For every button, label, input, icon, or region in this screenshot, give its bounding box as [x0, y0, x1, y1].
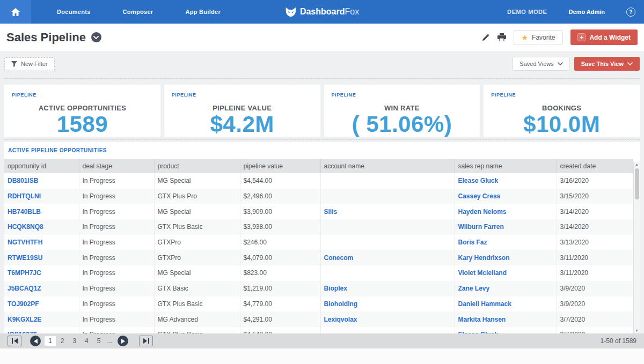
kpi-card-win-rate[interactable]: PIPELINE WIN RATE ( 51.06%) — [324, 85, 480, 137]
title-bar: Sales Pipeline ★ Favorite + Add a Widget — [0, 24, 644, 51]
column-header-pipeline-value[interactable]: pipeline value — [240, 159, 320, 173]
new-filter-button[interactable]: New Filter — [4, 57, 55, 70]
cell-pipeline-value: $3,909.00 — [240, 204, 320, 219]
cell-account-name[interactable]: Silis — [320, 204, 455, 219]
scroll-down-icon[interactable]: ▼ — [635, 328, 639, 333]
column-header-opportunity-id[interactable]: opportunity id — [4, 159, 79, 173]
cell-opportunity-id[interactable]: HB740BLB — [4, 204, 79, 219]
cell-deal-stage: In Progress — [79, 265, 154, 281]
cell-deal-stage: In Progress — [79, 311, 154, 327]
cell-sales-rep-name[interactable]: Elease Gluck — [455, 327, 557, 333]
nav-link-composer[interactable]: Composer — [114, 9, 162, 15]
new-filter-label: New Filter — [21, 61, 48, 67]
previous-page-button[interactable] — [30, 336, 41, 346]
saved-views-dropdown[interactable]: Saved Views — [513, 57, 569, 71]
scrollbar-thumb[interactable] — [635, 168, 639, 199]
brand-name: DashboardFox — [300, 7, 359, 17]
cell-opportunity-id[interactable]: HCQK8NQ8 — [4, 219, 79, 235]
cell-created-date: 3/9/2020 — [557, 281, 633, 296]
cell-opportunity-id[interactable]: TOJ902PF — [4, 296, 79, 312]
row-separator — [4, 139, 640, 140]
home-button[interactable] — [0, 0, 31, 24]
cell-account-name[interactable]: Conecom — [320, 250, 455, 265]
kpi-category-label: PIPELINE — [12, 92, 36, 98]
help-icon[interactable]: ? — [626, 8, 635, 17]
edit-pencil-icon[interactable] — [482, 33, 490, 41]
cell-opportunity-id[interactable]: J5BCAQ1Z — [4, 281, 79, 296]
cell-opportunity-id[interactable]: NGTVHTFH — [4, 235, 79, 250]
cell-sales-rep-name[interactable]: Elease Gluck — [455, 173, 557, 189]
next-page-button[interactable] — [118, 336, 128, 346]
cell-account-name[interactable]: Lexiqvolax — [320, 311, 455, 327]
page-number-2[interactable]: 2 — [57, 336, 68, 346]
column-header-account-name[interactable]: account name — [320, 159, 455, 173]
cell-product: GTX Plus Basic — [154, 296, 240, 312]
nav-link-app-builder[interactable]: App Builder — [177, 9, 229, 15]
cell-sales-rep-name[interactable]: Markita Hansen — [455, 311, 557, 327]
cell-opportunity-id[interactable]: T6MPH7JC — [4, 265, 79, 281]
column-header-product[interactable]: product — [154, 159, 240, 173]
kpi-value: $4.2M — [164, 112, 320, 137]
save-this-view-dropdown[interactable]: Save This View — [574, 57, 640, 71]
kpi-card-bookings[interactable]: PIPELINE BOOKINGS $10.0M — [484, 85, 640, 137]
cell-opportunity-id[interactable]: RDHTQLNI — [4, 189, 79, 204]
cell-product: GTX Basic — [154, 281, 240, 296]
nav-link-documents[interactable]: Documents — [48, 9, 99, 15]
cell-sales-rep-name[interactable]: Kary Hendrixson — [455, 250, 557, 265]
kpi-card-active-opportunities[interactable]: PIPELINE ACTIVE OPPORTUNITIES 1589 — [4, 85, 160, 137]
cell-account-name[interactable]: Bioplex — [320, 281, 455, 296]
print-icon[interactable] — [497, 33, 506, 41]
cell-deal-stage: In Progress — [79, 204, 154, 219]
table-title: ACTIVE PIPELINE OPPORTUNITIES — [4, 142, 640, 159]
cell-opportunity-id[interactable]: IQP1627T — [4, 327, 79, 333]
dashboard-selector-chevron-down-icon[interactable] — [91, 32, 101, 42]
cell-pipeline-value: $4,548.00 — [240, 327, 320, 333]
cell-created-date: 3/14/2020 — [557, 219, 633, 235]
cell-opportunity-id[interactable]: RTWE19SU — [4, 250, 79, 265]
kpi-card-pipeline-value[interactable]: PIPELINE PIPLEINE VALUE $4.2M — [164, 85, 320, 137]
page-number-3[interactable]: 3 — [69, 336, 80, 346]
last-page-button[interactable] — [139, 336, 153, 346]
cell-sales-rep-name[interactable]: Wilburn Farren — [455, 219, 557, 235]
title-actions: ★ Favorite + Add a Widget — [482, 29, 638, 45]
table-scrollbar[interactable]: ▲ ▼ — [633, 162, 640, 333]
brand-logo: DashboardFox — [285, 0, 359, 24]
column-header-sales-rep-name[interactable]: sales rep name — [455, 159, 557, 173]
cell-opportunity-id[interactable]: K9KGXL2E — [4, 311, 79, 327]
cell-sales-rep-name[interactable]: Boris Faz — [455, 235, 557, 250]
cell-sales-rep-name[interactable]: Hayden Neloms — [455, 204, 557, 219]
scroll-up-icon[interactable]: ▲ — [635, 162, 639, 167]
cell-opportunity-id[interactable]: DB801ISB — [4, 173, 79, 189]
cell-sales-rep-name[interactable]: Cassey Cress — [455, 189, 557, 204]
cell-product: GTX Plus Pro — [154, 189, 240, 204]
cell-account-name — [320, 173, 455, 189]
cell-sales-rep-name[interactable]: Violet Mclelland — [455, 265, 557, 281]
row-range-label: 1-50 of 1589 — [601, 337, 636, 345]
cell-pipeline-value: $3,938.00 — [240, 219, 320, 235]
table-row: TOJ902PFIn ProgressGTX Plus Basic$4,779.… — [4, 296, 633, 312]
cell-created-date: 3/13/2020 — [557, 235, 633, 250]
column-header-created-date[interactable]: created date — [557, 159, 633, 173]
favorite-button[interactable]: ★ Favorite — [514, 30, 564, 45]
cell-account-name[interactable]: Bioholding — [320, 296, 455, 312]
page-number-1[interactable]: 1 — [45, 336, 56, 346]
cell-account-name — [320, 189, 455, 204]
cell-pipeline-value: $4,079.00 — [240, 250, 320, 265]
fox-logo-icon — [285, 6, 297, 18]
page-title: Sales Pipeline — [6, 31, 86, 44]
column-header-deal-stage[interactable]: deal stage — [79, 159, 154, 173]
first-page-button[interactable] — [8, 336, 21, 346]
page-number-5[interactable]: 5 — [93, 336, 105, 346]
page-number-4[interactable]: 4 — [81, 336, 92, 346]
nav-links: DocumentsComposerApp Builder — [41, 9, 237, 15]
cell-sales-rep-name[interactable]: Zane Levy — [455, 281, 557, 296]
page-ellipsis: ... — [107, 337, 112, 345]
cell-sales-rep-name[interactable]: Daniell Hammack — [455, 296, 557, 312]
add-widget-button[interactable]: + Add a Widget — [570, 29, 638, 45]
cell-deal-stage: In Progress — [79, 327, 154, 333]
table-row: HB740BLBIn ProgressMG Special$3,909.00Si… — [4, 204, 633, 219]
table-row: DB801ISBIn ProgressMG Special$4,544.00El… — [4, 173, 633, 189]
user-menu[interactable]: Demo Admin — [569, 9, 605, 15]
bottom-strip — [0, 348, 644, 364]
kpi-title: BOOKINGS — [484, 104, 640, 112]
